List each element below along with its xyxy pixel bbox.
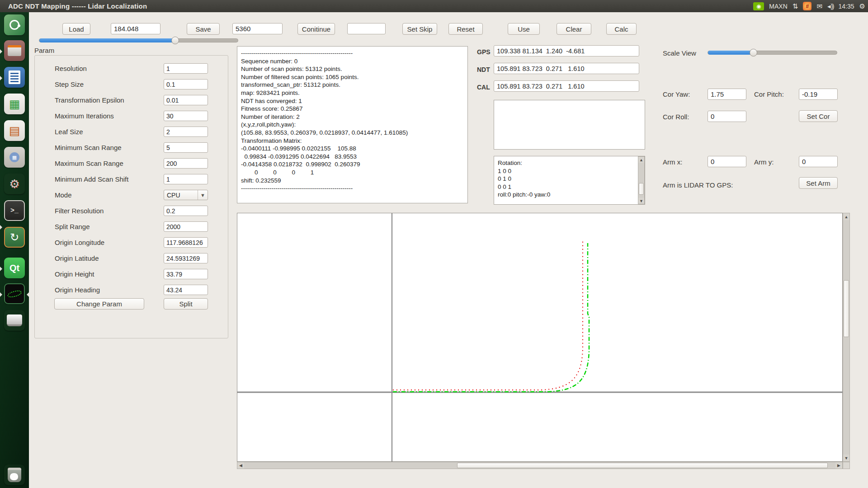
- cor-roll-label: Cor Roll:: [663, 113, 689, 121]
- scale-view-slider[interactable]: [708, 51, 837, 55]
- param-input[interactable]: [164, 221, 208, 232]
- param-input[interactable]: [164, 269, 208, 279]
- clock[interactable]: 14:35: [839, 3, 854, 10]
- mail-icon[interactable]: ✉: [816, 2, 822, 10]
- trash-icon: [8, 468, 21, 482]
- param-input[interactable]: [164, 237, 208, 248]
- set-cor-button[interactable]: Set Cor: [799, 110, 838, 122]
- param-row-mode: ModeCPU▼: [35, 187, 228, 203]
- dock-item-file-manager[interactable]: [4, 40, 25, 61]
- rotation-scrollbar[interactable]: ▲ ▼: [638, 156, 645, 204]
- scrollbar-corner: [843, 462, 850, 469]
- plot-hscrollbar[interactable]: ◀ ▶: [237, 462, 843, 469]
- ndt-value-input[interactable]: [494, 63, 639, 74]
- continue-value-input[interactable]: [347, 23, 386, 34]
- param-input[interactable]: [164, 95, 208, 105]
- param-input[interactable]: [164, 142, 208, 153]
- param-input[interactable]: [164, 63, 208, 74]
- scroll-left-icon[interactable]: ◀: [237, 462, 244, 469]
- continue-button[interactable]: Conitinue: [297, 23, 335, 35]
- system-tray: ◉ MAXN ⇅ # ✉ ◂)) 14:35 ⚙: [753, 0, 865, 12]
- cor-pitch-input[interactable]: [799, 89, 838, 100]
- ndt-log-output[interactable]: ----------------------------------------…: [237, 46, 468, 203]
- rotation-scrollbar-thumb[interactable]: [639, 183, 644, 195]
- qt-logo-icon: Qt: [9, 263, 19, 273]
- plot-vscrollbar-thumb[interactable]: [844, 280, 849, 337]
- change-param-button[interactable]: Change Param: [54, 298, 144, 310]
- dock-item-qt-creator[interactable]: Qt: [4, 258, 25, 278]
- param-input[interactable]: [164, 174, 208, 184]
- mode-select[interactable]: CPU▼: [164, 190, 208, 200]
- param-input[interactable]: [164, 111, 208, 121]
- rotation-box[interactable]: Rotation: 1 0 0 0 1 0 0 0 1 roll:0 pitch…: [494, 156, 645, 205]
- scroll-up-icon[interactable]: ▲: [843, 213, 849, 220]
- arm-x-label: Arm x:: [663, 158, 682, 166]
- param-input[interactable]: [164, 285, 208, 295]
- dock-item-system-settings[interactable]: ⚙: [4, 174, 25, 194]
- dock-item-software-center[interactable]: ▦: [4, 147, 25, 168]
- param-input[interactable]: [164, 206, 208, 216]
- plot-vscrollbar[interactable]: ▲ ▼: [843, 213, 850, 462]
- dock-item-disk-utility[interactable]: [4, 310, 25, 331]
- input-method-icon[interactable]: #: [803, 2, 811, 10]
- dock-item-libreoffice-calc[interactable]: ▦: [4, 94, 25, 114]
- arm-y-input[interactable]: [799, 156, 838, 167]
- timeline-slider[interactable]: [39, 38, 238, 42]
- param-row-filter-resolution: Filter Resolution: [35, 203, 228, 219]
- param-row-transformation-epsilon: Transformation Epsilon: [35, 92, 228, 108]
- plot-hscrollbar-thumb[interactable]: [457, 463, 828, 468]
- use-button[interactable]: Use: [508, 23, 540, 35]
- gps-value-input[interactable]: [494, 45, 639, 56]
- dock-item-lidar-app[interactable]: [4, 283, 25, 304]
- dock-item-trash[interactable]: [4, 465, 25, 485]
- calc-button[interactable]: Calc: [606, 23, 637, 35]
- param-label: Mode: [55, 191, 72, 199]
- cor-yaw-input[interactable]: [708, 89, 746, 100]
- param-input[interactable]: [164, 127, 208, 137]
- arm-x-input[interactable]: [708, 156, 746, 167]
- ndt-label: NDT: [477, 66, 490, 73]
- dock-item-ubuntu-dash[interactable]: [4, 14, 25, 35]
- nvidia-icon[interactable]: ◉: [753, 2, 764, 10]
- param-input[interactable]: [164, 79, 208, 89]
- update-arrows-icon: ↻: [10, 231, 19, 244]
- session-gear-icon[interactable]: ⚙: [859, 2, 865, 10]
- dock-item-software-updater[interactable]: ↻: [4, 227, 25, 248]
- save-button[interactable]: Save: [187, 23, 220, 35]
- dock-item-libreoffice-impress[interactable]: ▤: [4, 120, 25, 141]
- set-skip-button[interactable]: Set Skip: [402, 23, 437, 35]
- param-label: Resolution: [55, 65, 87, 72]
- gpu-mode-label[interactable]: MAXN: [769, 3, 787, 10]
- clear-button[interactable]: Clear: [557, 23, 591, 35]
- param-row-origin-latitude: Origin Latitude: [35, 250, 228, 266]
- param-label: Step Size: [55, 80, 84, 88]
- reset-button[interactable]: Reset: [448, 23, 483, 35]
- load-button[interactable]: Load: [62, 23, 90, 35]
- param-input[interactable]: [164, 158, 208, 169]
- cal-value-input[interactable]: [494, 80, 639, 92]
- cor-roll-input[interactable]: [708, 111, 746, 122]
- scroll-down-icon[interactable]: ▼: [843, 455, 849, 461]
- dock-item-terminal[interactable]: >_: [4, 200, 25, 221]
- dock-item-libreoffice-writer[interactable]: [4, 67, 25, 88]
- scroll-up-icon[interactable]: ▲: [638, 157, 644, 163]
- set-arm-button[interactable]: Set Arm: [799, 177, 838, 189]
- timeline-slider-handle[interactable]: [171, 37, 179, 44]
- param-row-origin-heading: Origin Heading: [35, 282, 228, 298]
- file-cabinet-icon: [8, 45, 21, 56]
- param-label: Origin Height: [55, 270, 94, 278]
- focused-pip: [27, 292, 29, 297]
- scroll-right-icon[interactable]: ▶: [835, 462, 842, 469]
- running-pip: [0, 225, 2, 230]
- status-box[interactable]: [494, 100, 645, 150]
- running-pip: [0, 49, 2, 54]
- volume-icon[interactable]: ◂)): [827, 2, 834, 10]
- plot-canvas[interactable]: [237, 213, 843, 462]
- scale-view-slider-handle[interactable]: [750, 49, 757, 56]
- load-value-input[interactable]: [111, 23, 160, 34]
- param-input[interactable]: [164, 253, 208, 263]
- split-button[interactable]: Split: [164, 298, 208, 310]
- network-arrows-icon[interactable]: ⇅: [793, 2, 798, 10]
- scroll-down-icon[interactable]: ▼: [638, 198, 644, 204]
- save-value-input[interactable]: [232, 23, 283, 34]
